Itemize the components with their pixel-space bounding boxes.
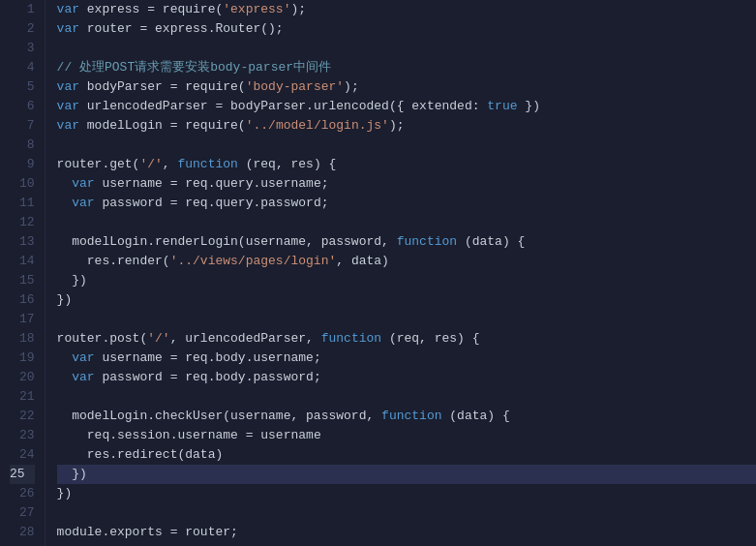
- token: res.redirect(data): [57, 445, 224, 465]
- token: password: [95, 368, 170, 387]
- token: function: [397, 232, 457, 252]
- token: req.body.password;: [177, 368, 320, 387]
- token: }): [57, 271, 87, 290]
- token: password: [95, 194, 170, 213]
- code-line-2: var router = express.Router();: [57, 19, 756, 39]
- token: 'express': [223, 0, 290, 19]
- code-line-28: module.exports = router;: [57, 523, 756, 542]
- token: =: [170, 349, 178, 368]
- line-num-28: 28: [10, 523, 35, 542]
- code-line-13: modelLogin.renderLogin(username, passwor…: [57, 232, 756, 252]
- code-line-7: var modelLogin = require('../model/login…: [57, 116, 756, 136]
- line-num-5: 5: [10, 77, 35, 97]
- token: function: [177, 155, 237, 174]
- code-line-8: [57, 136, 756, 155]
- code-line-26: }): [57, 484, 756, 503]
- line-num-27: 27: [10, 503, 35, 523]
- code-content[interactable]: var express = require('express'); var ro…: [45, 0, 756, 546]
- code-line-4: // 处理POST请求需要安装body-parser中间件: [57, 58, 756, 77]
- code-line-17: [57, 310, 756, 329]
- code-line-15: }): [57, 271, 756, 290]
- token: function: [321, 329, 381, 349]
- code-line-6: var urlencodedParser = bodyParser.urlenc…: [57, 97, 756, 116]
- token: =: [215, 97, 223, 116]
- token: [57, 368, 73, 387]
- token: =: [147, 0, 155, 19]
- token: res.render(: [57, 252, 170, 271]
- token: // 处理POST请求需要安装body-parser中间件: [57, 58, 331, 77]
- line-num-3: 3: [10, 39, 35, 58]
- code-line-20: var password = req.body.password;: [57, 368, 756, 387]
- line-num-14: 14: [10, 252, 35, 271]
- token: modelLogin.checkUser(username, password,: [57, 407, 381, 426]
- line-num-17: 17: [10, 310, 35, 329]
- line-num-26: 26: [10, 484, 35, 503]
- token: =: [246, 426, 254, 445]
- code-editor: 1 2 3 4 5 6 7 8 9 10 11 12 13 14 15 16 1…: [0, 0, 756, 546]
- code-line-14: res.render('../views/pages/login', data): [57, 252, 756, 271]
- token: express.Router();: [147, 19, 283, 39]
- token: router.get(: [57, 155, 140, 174]
- token: , urlencodedParser,: [170, 329, 321, 349]
- token: express: [79, 0, 147, 19]
- token: (req, res) {: [381, 329, 479, 349]
- token: ,: [163, 155, 178, 174]
- code-line-24: res.redirect(data): [57, 445, 756, 465]
- code-line-22: modelLogin.checkUser(username, password,…: [57, 407, 756, 426]
- token: var: [57, 116, 79, 136]
- token: }): [518, 97, 540, 116]
- code-line-19: var username = req.body.username;: [57, 349, 756, 368]
- token: );: [389, 116, 405, 136]
- token: }): [57, 484, 73, 503]
- token: );: [344, 77, 359, 97]
- line-num-9: 9: [10, 155, 35, 174]
- line-num-13: 13: [10, 232, 35, 252]
- token: '/': [139, 155, 162, 174]
- token: bodyParser: [79, 77, 170, 97]
- token: =: [139, 19, 147, 39]
- token: module.exports: [57, 523, 170, 542]
- token: require(: [177, 116, 245, 136]
- line-num-11: 11: [10, 194, 35, 213]
- token: (req, res) {: [238, 155, 336, 174]
- token: username: [95, 174, 170, 194]
- token: require(: [155, 0, 223, 19]
- token: bodyParser.urlencoded({ extended:: [223, 97, 487, 116]
- token: modelLogin.renderLogin(username, passwor…: [57, 232, 397, 252]
- token: [57, 174, 73, 194]
- token: =: [170, 368, 178, 387]
- token: );: [290, 0, 306, 19]
- token: =: [170, 523, 178, 542]
- token: 'body-parser': [246, 77, 344, 97]
- line-num-1: 1: [10, 0, 35, 19]
- token: [57, 194, 73, 213]
- token: require(: [177, 77, 245, 97]
- code-line-3: [57, 39, 756, 58]
- line-num-18: 18: [10, 329, 35, 349]
- line-num-6: 6: [10, 97, 35, 116]
- token: }): [57, 290, 73, 310]
- line-num-19: 19: [10, 349, 35, 368]
- token: modelLogin: [79, 116, 170, 136]
- code-line-25: }): [57, 465, 756, 484]
- token: urlencodedParser: [79, 97, 215, 116]
- code-line-12: [57, 213, 756, 232]
- token: var: [72, 349, 94, 368]
- token: =: [170, 116, 178, 136]
- token: =: [170, 77, 178, 97]
- line-num-10: 10: [10, 174, 35, 194]
- token: (data) {: [457, 232, 525, 252]
- token: req.session.username: [57, 426, 246, 445]
- code-line-23: req.session.username = username: [57, 426, 756, 445]
- line-num-12: 12: [10, 213, 35, 232]
- line-num-8: 8: [10, 136, 35, 155]
- token: var: [72, 368, 94, 387]
- line-num-16: 16: [10, 290, 35, 310]
- token: var: [57, 19, 79, 39]
- code-line-18: router.post('/', urlencodedParser, funct…: [57, 329, 756, 349]
- token: username: [95, 349, 170, 368]
- line-num-15: 15: [10, 271, 35, 290]
- token: router;: [177, 523, 237, 542]
- code-line-10: var username = req.query.username;: [57, 174, 756, 194]
- token: =: [170, 194, 178, 213]
